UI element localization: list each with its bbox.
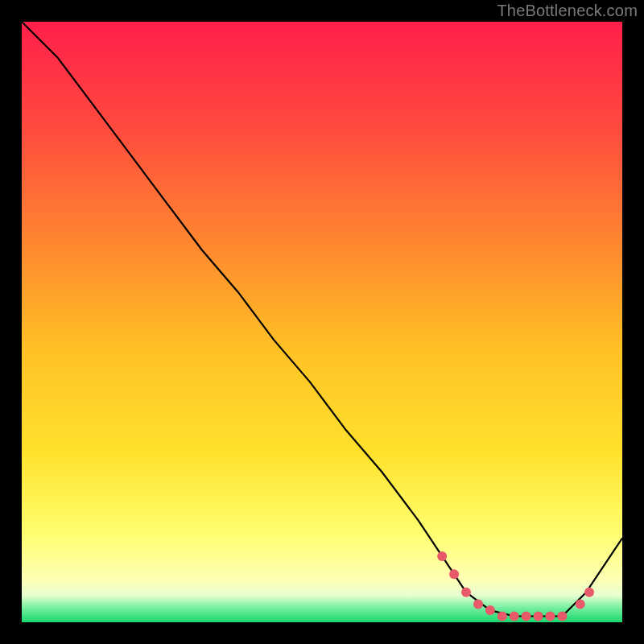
valley-dot bbox=[522, 612, 531, 621]
chart-gradient-background bbox=[22, 22, 622, 622]
valley-dot bbox=[576, 600, 585, 609]
bottleneck-chart bbox=[0, 0, 644, 644]
valley-dot bbox=[449, 569, 459, 579]
watermark-text: TheBottleneck.com bbox=[497, 2, 638, 20]
valley-dot bbox=[546, 612, 555, 621]
valley-dot bbox=[510, 612, 519, 621]
valley-dot bbox=[485, 605, 495, 615]
valley-dot bbox=[473, 600, 483, 609]
chart-frame: TheBottleneck.com bbox=[0, 0, 644, 644]
valley-dot bbox=[557, 612, 567, 621]
valley-dot bbox=[437, 551, 447, 561]
valley-dot bbox=[497, 612, 507, 621]
valley-dot bbox=[534, 612, 543, 621]
valley-dot bbox=[584, 588, 594, 597]
valley-dot bbox=[461, 588, 471, 597]
